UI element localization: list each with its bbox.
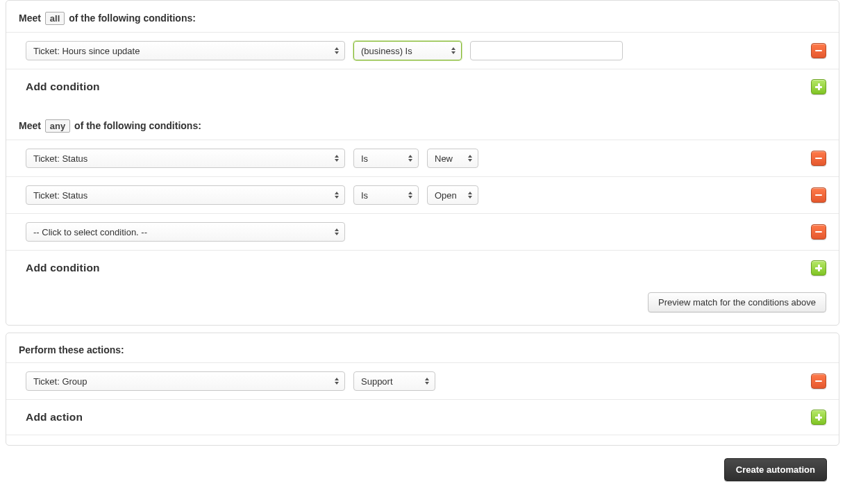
condition-operator-value: (business) Is <box>361 46 412 56</box>
condition-operator-select[interactable]: Is <box>353 149 419 168</box>
page-footer: Create automation <box>6 453 839 484</box>
add-condition-button[interactable] <box>811 79 826 94</box>
conditions-all-heading-prefix: Meet <box>19 12 41 24</box>
condition-value-select[interactable]: New <box>427 149 478 168</box>
remove-action-button[interactable] <box>811 373 826 389</box>
chevron-updown-icon <box>407 190 414 200</box>
conditions-any-heading-suffix: of the following conditions: <box>74 120 201 131</box>
add-action-row: Add action <box>6 399 839 435</box>
remove-condition-button[interactable] <box>811 187 826 203</box>
chevron-updown-icon <box>333 190 340 200</box>
condition-field-value: -- Click to select condition. -- <box>33 227 147 237</box>
chevron-updown-icon <box>407 153 414 163</box>
add-condition-label: Add condition <box>26 262 100 274</box>
conditions-card: Meet all of the following conditions: Ti… <box>6 0 839 326</box>
actions-heading: Perform these actions: <box>6 333 839 362</box>
action-value-select[interactable]: Support <box>353 371 435 391</box>
condition-operator-value: Is <box>361 190 368 201</box>
create-automation-label: Create automation <box>736 464 815 475</box>
add-action-label: Add action <box>26 411 83 423</box>
minus-icon <box>815 231 822 233</box>
chevron-updown-icon <box>333 376 340 386</box>
minus-icon <box>815 158 822 160</box>
preview-conditions-button[interactable]: Preview match for the conditions above <box>648 292 826 312</box>
condition-value-input[interactable] <box>470 41 623 60</box>
minus-icon <box>815 194 822 196</box>
condition-field-select[interactable]: -- Click to select condition. -- <box>26 222 345 242</box>
actions-heading-text: Perform these actions: <box>19 344 124 355</box>
chevron-updown-icon <box>424 376 430 386</box>
condition-field-value: Ticket: Hours since update <box>33 46 140 56</box>
conditions-any-chip: any <box>45 119 70 133</box>
plus-icon <box>815 414 822 421</box>
condition-field-value: Ticket: Status <box>33 153 87 164</box>
plus-icon <box>815 264 822 271</box>
add-condition-row-all: Add condition <box>6 69 839 104</box>
action-field-select[interactable]: Ticket: Group <box>26 371 345 391</box>
plus-icon <box>815 83 822 90</box>
conditions-any-heading: Meet any of the following conditions: <box>6 104 839 140</box>
create-automation-button[interactable]: Create automation <box>724 458 827 481</box>
chevron-updown-icon <box>467 190 474 200</box>
remove-condition-button[interactable] <box>811 151 826 166</box>
chevron-updown-icon <box>333 46 340 56</box>
conditions-all-heading-suffix: of the following conditions: <box>69 12 196 24</box>
action-value-value: Support <box>361 376 393 387</box>
actions-card: Perform these actions: Ticket: Group Sup… <box>6 333 839 446</box>
condition-field-select[interactable]: Ticket: Status <box>26 149 345 168</box>
condition-operator-select[interactable]: (business) Is <box>353 41 462 60</box>
condition-field-select[interactable]: Ticket: Status <box>26 185 345 205</box>
condition-field-select[interactable]: Ticket: Hours since update <box>26 41 345 60</box>
condition-row: Ticket: Status Is Open <box>6 176 839 213</box>
chevron-updown-icon <box>333 227 340 237</box>
add-action-button[interactable] <box>811 410 826 425</box>
condition-operator-select[interactable]: Is <box>353 185 419 205</box>
add-condition-row-any: Add condition <box>6 250 839 285</box>
condition-value-select[interactable]: Open <box>427 185 478 205</box>
chevron-updown-icon <box>450 46 457 56</box>
add-condition-label: Add condition <box>26 81 100 93</box>
condition-value-value: New <box>435 153 453 164</box>
condition-value-value: Open <box>435 190 457 201</box>
conditions-any-heading-prefix: Meet <box>19 120 41 131</box>
minus-icon <box>815 50 822 52</box>
condition-row: -- Click to select condition. -- <box>6 213 839 250</box>
conditions-all-heading: Meet all of the following conditions: <box>6 1 839 32</box>
minus-icon <box>815 380 822 383</box>
remove-condition-button[interactable] <box>811 43 826 58</box>
action-row: Ticket: Group Support <box>6 362 839 399</box>
condition-row: Ticket: Hours since update (business) Is <box>6 32 839 69</box>
condition-field-value: Ticket: Status <box>33 190 87 201</box>
remove-condition-button[interactable] <box>811 224 826 240</box>
condition-operator-value: Is <box>361 153 368 164</box>
condition-row: Ticket: Status Is New <box>6 140 839 176</box>
preview-row: Preview match for the conditions above <box>6 285 839 325</box>
action-field-value: Ticket: Group <box>33 376 87 387</box>
preview-conditions-label: Preview match for the conditions above <box>658 297 816 308</box>
chevron-updown-icon <box>333 153 340 163</box>
add-condition-button[interactable] <box>811 260 826 276</box>
conditions-all-chip: all <box>45 12 65 25</box>
chevron-updown-icon <box>467 153 474 163</box>
